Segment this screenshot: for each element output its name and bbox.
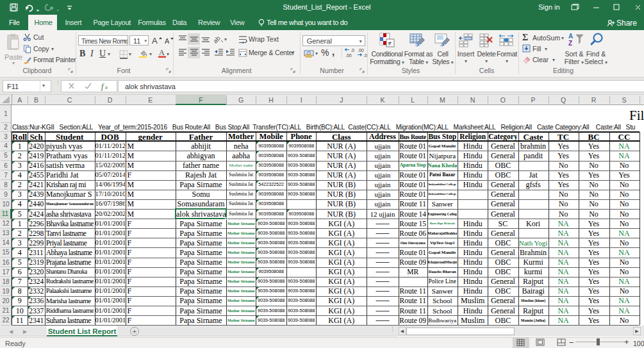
svg-text:A: A [152,36,158,46]
svg-text:A: A [165,37,170,45]
svg-text:Z: Z [568,40,572,47]
svg-text:.0: .0 [351,48,354,53]
svg-text:A: A [568,33,573,40]
svg-text:x: x [104,84,108,90]
svg-text:.00: .00 [358,48,364,53]
svg-text:ab: ab [214,35,222,44]
svg-text:f: f [101,82,104,91]
svg-text:.00: .00 [345,53,352,58]
svg-text:≠: ≠ [388,40,392,47]
svg-text:A: A [159,48,165,57]
